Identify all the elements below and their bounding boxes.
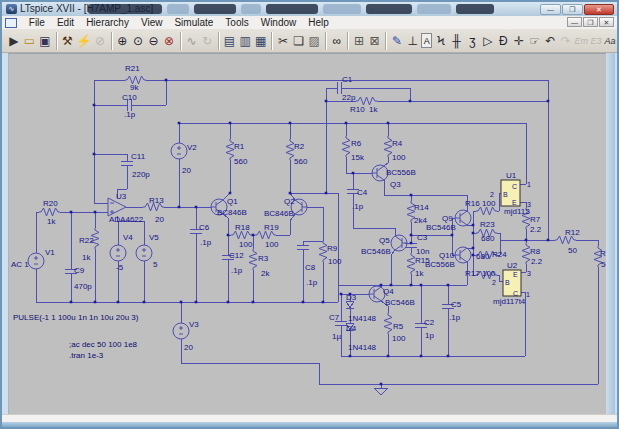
schematic-label: 1N4148 xyxy=(348,343,377,352)
schematic-label: C7 xyxy=(329,313,340,322)
schematic-label: C xyxy=(512,183,517,190)
schematic-label: V1 xyxy=(45,248,55,257)
wire-icon[interactable]: ✎ xyxy=(390,32,404,50)
run-man-icon[interactable]: ⚡ xyxy=(76,32,91,50)
zoom-out-icon[interactable]: ⊖ xyxy=(147,32,161,50)
capacitor-icon[interactable]: ╫ xyxy=(450,32,464,50)
schematic-label: 15k xyxy=(351,153,365,162)
text-icon[interactable]: Aa xyxy=(604,32,616,50)
ltspice-window: ∿ LTspice XVII - [H7AMP_1.asc] — ❒ ✕ Fil… xyxy=(0,0,619,429)
bjt-icon[interactable]: Ð xyxy=(497,32,511,50)
schematic: R219kC10.1pC11220pV220R201kV1AC 1R221kC9… xyxy=(9,54,607,415)
menu-item-edit[interactable]: Edit xyxy=(51,16,80,29)
schematic-label: R22 xyxy=(79,236,94,245)
schematic-label: 20 xyxy=(184,343,193,352)
schematic-label: C10 xyxy=(122,93,137,102)
schematic-label: 20 xyxy=(155,215,164,224)
copy-icon[interactable]: ❏ xyxy=(292,32,306,50)
schematic-label: Q10 xyxy=(439,251,455,260)
undo-icon[interactable]: ↶ xyxy=(543,32,557,50)
schematic-label: 100 xyxy=(482,199,496,208)
schematic-label: R4 xyxy=(392,139,403,148)
spice-directive: PULSE(-1 1 100u 1n 1n 10u 20u 3) xyxy=(13,313,139,322)
background-window-ghosts xyxy=(88,4,494,14)
schematic-label: R9 xyxy=(327,244,338,253)
drag-icon[interactable]: ☞ xyxy=(528,32,542,50)
control-panel-icon[interactable]: ⚒ xyxy=(61,32,75,50)
schematic-label: .1p xyxy=(306,278,318,287)
paste-icon[interactable]: ▨ xyxy=(307,32,321,50)
menu-item-window[interactable]: Window xyxy=(255,16,303,29)
schematic-label: C12 xyxy=(229,251,244,260)
schematic-label: B xyxy=(505,279,510,286)
diode-icon[interactable]: ▷ xyxy=(481,32,495,50)
redo-icon: ↷ xyxy=(559,32,573,50)
schematic-label: 560 xyxy=(294,157,308,166)
maximize-button[interactable]: ❒ xyxy=(562,4,583,15)
print-icon[interactable]: ⊞ xyxy=(352,32,366,50)
toolbar-separator xyxy=(56,32,57,50)
schematic-label: V3 xyxy=(189,320,199,329)
schematic-label: B xyxy=(503,191,508,198)
tile-horizontal-icon[interactable]: ▥ xyxy=(238,32,252,50)
title-bar[interactable]: ∿ LTspice XVII - [H7AMP_1.asc] — ❒ ✕ xyxy=(2,2,617,16)
tile-vertical-icon[interactable]: ▤ xyxy=(223,32,237,50)
schematic-label: 2 xyxy=(490,191,494,198)
move-icon[interactable]: ✛ xyxy=(512,32,526,50)
save-icon[interactable]: ▣ xyxy=(38,32,52,50)
mdi-restore-button[interactable]: ❐ xyxy=(583,17,598,27)
schematic-label: BC546B xyxy=(361,247,391,256)
schematic-label: 1k xyxy=(369,105,378,114)
schematic-label: .1p xyxy=(124,110,136,119)
mdi-minimize-button[interactable]: — xyxy=(567,17,582,27)
schematic-label: 1p xyxy=(425,331,434,340)
zoom-full-icon[interactable]: ⊗ xyxy=(162,32,176,50)
cascade-icon[interactable]: ▦ xyxy=(254,32,268,50)
schematic-label: 9k xyxy=(130,83,139,92)
close-button[interactable]: ✕ xyxy=(584,4,614,15)
mdi-document-icon[interactable] xyxy=(5,18,17,28)
menu-item-simulate[interactable]: Simulate xyxy=(168,16,219,29)
schematic-label: 10n xyxy=(416,247,429,256)
schematic-canvas[interactable]: R219kC10.1pC11220pV220R201kV1AC 1R221kC9… xyxy=(8,53,607,415)
schematic-label: C3 xyxy=(417,233,428,242)
schematic-label: R2 xyxy=(294,142,305,151)
run-icon[interactable]: ▶ xyxy=(7,32,21,50)
schematic-label: R3 xyxy=(258,254,269,263)
menu-item-help[interactable]: Help xyxy=(302,16,335,29)
schematic-label: R8 xyxy=(530,247,541,256)
schematic-label: C2 xyxy=(424,318,435,327)
schematic-label: BC556B xyxy=(425,260,455,269)
label-net-icon[interactable]: A xyxy=(421,33,432,48)
open-icon[interactable]: ▭ xyxy=(23,32,37,50)
zoom-in-icon[interactable]: ⊕ xyxy=(116,32,130,50)
zoom-box-icon[interactable]: ⊙ xyxy=(131,32,145,50)
schematic-label: R24 xyxy=(492,250,507,259)
cut-icon[interactable]: ✂ xyxy=(276,32,290,50)
menu-item-file[interactable]: File xyxy=(23,16,51,29)
schematic-label: 560 xyxy=(234,157,248,166)
schematic-label: .1p xyxy=(449,313,461,322)
background-ghost xyxy=(266,4,318,14)
print-preview-icon[interactable]: ⊠ xyxy=(368,32,382,50)
mdi-close-button[interactable]: ✕ xyxy=(599,17,614,27)
schematic-label: D3 xyxy=(346,293,357,302)
menu-item-hierarchy[interactable]: Hierarchy xyxy=(80,16,135,29)
menu-item-view[interactable]: View xyxy=(135,16,169,29)
menu-item-tools[interactable]: Tools xyxy=(219,16,254,29)
ground-icon[interactable]: ⊥ xyxy=(406,32,420,50)
schematic-label: R12 xyxy=(565,228,580,237)
schematic-label: BC556B xyxy=(386,168,416,177)
schematic-label: 1 xyxy=(526,291,530,298)
schematic-label: R6 xyxy=(351,139,362,148)
schematic-label: 1N4148 xyxy=(348,314,377,323)
mirror-icon: Em xyxy=(575,32,589,50)
inductor-icon[interactable]: ʒ xyxy=(465,32,479,50)
schematic-label: 100 xyxy=(392,153,406,162)
schematic-label: R5 xyxy=(393,322,404,331)
minimize-button[interactable]: — xyxy=(540,4,561,15)
schematic-label: 1 xyxy=(527,181,531,188)
spice-directive: .tran 1e-3 xyxy=(69,351,104,360)
find-icon[interactable]: ∞ xyxy=(330,32,344,50)
resistor-icon[interactable]: Ϟ xyxy=(434,32,448,50)
